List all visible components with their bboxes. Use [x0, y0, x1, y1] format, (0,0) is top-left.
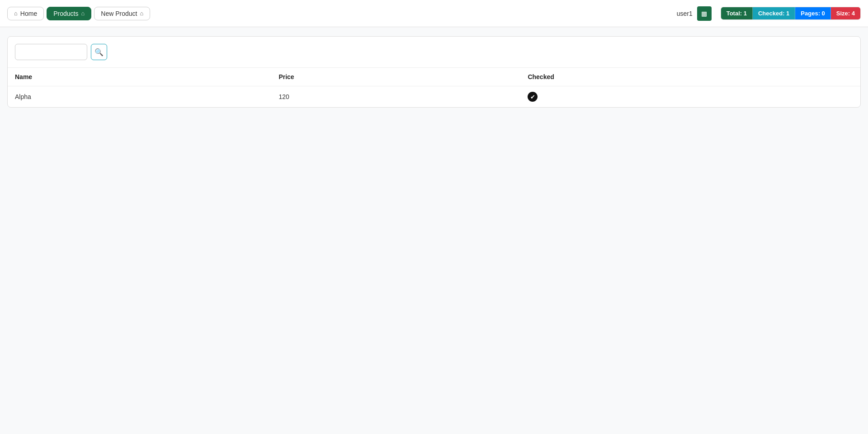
products-card: 🔍 Name Price Checked Alpha120✔ — [7, 36, 861, 108]
avatar-letter: ▩ — [701, 10, 707, 17]
table-body: Alpha120✔ — [8, 86, 860, 108]
cell-price: 120 — [271, 86, 520, 108]
search-input[interactable] — [15, 44, 87, 60]
avatar[interactable]: ▩ — [697, 6, 712, 21]
home-button[interactable]: ⌂ Home — [7, 7, 44, 20]
products-button[interactable]: Products ⌂ — [47, 7, 91, 20]
table-row: Alpha120✔ — [8, 86, 860, 108]
new-product-button[interactable]: New Product ⌂ — [94, 7, 150, 20]
col-price: Price — [271, 68, 520, 86]
table-header: Name Price Checked — [8, 68, 860, 86]
home-icon: ⌂ — [14, 10, 18, 17]
navbar: ⌂ Home Products ⌂ New Product ⌂ user1 ▩ … — [0, 0, 868, 27]
total-badge: Total: 1 — [721, 7, 753, 19]
size-badge: Size: 4 — [831, 7, 860, 19]
nav-left: ⌂ Home Products ⌂ New Product ⌂ — [7, 7, 677, 20]
table-header-row: Name Price Checked — [8, 68, 860, 86]
new-product-label: New Product — [101, 10, 137, 17]
stats-bar: Total: 1 Checked: 1 Pages: 0 Size: 4 — [721, 7, 861, 20]
home-label: Home — [20, 10, 37, 17]
new-product-icon: ⌂ — [140, 10, 143, 17]
products-table: Name Price Checked Alpha120✔ — [8, 68, 860, 107]
search-button[interactable]: 🔍 — [91, 44, 107, 60]
main-content: 🔍 Name Price Checked Alpha120✔ — [0, 27, 868, 117]
cell-checked: ✔ — [520, 86, 860, 108]
checked-badge: Checked: 1 — [753, 7, 795, 19]
pages-badge: Pages: 0 — [795, 7, 830, 19]
nav-center: user1 ▩ — [677, 6, 712, 21]
products-label: Products — [53, 10, 78, 17]
user-label: user1 — [677, 10, 693, 17]
cell-name: Alpha — [8, 86, 271, 108]
col-name: Name — [8, 68, 271, 86]
search-bar: 🔍 — [8, 37, 860, 68]
search-icon: 🔍 — [94, 48, 104, 57]
check-circle-icon: ✔ — [528, 92, 538, 102]
products-icon: ⌂ — [81, 10, 85, 17]
col-checked: Checked — [520, 68, 860, 86]
